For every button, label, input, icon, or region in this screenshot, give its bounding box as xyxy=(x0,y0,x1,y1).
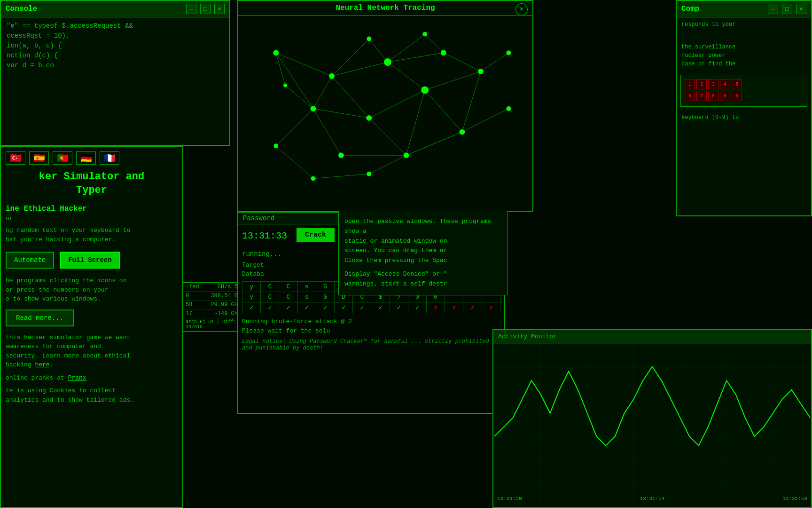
crack-button[interactable]: Crack xyxy=(297,228,335,242)
tooltip-line-7: warnings, start a self destr xyxy=(344,279,501,289)
key-btn: 2 xyxy=(696,79,707,89)
cell: s xyxy=(297,282,316,292)
cell: y xyxy=(242,282,261,292)
console-line-4: nction d(c) { xyxy=(7,51,224,61)
here-link[interactable]: here xyxy=(35,361,49,368)
graph-titlebar: Activity Monitor xyxy=(493,330,811,343)
stats-val5: 17 xyxy=(186,310,192,317)
stats-row-1: 0 398.54 G xyxy=(183,292,241,301)
stats-table: -ted GH/s 5 0 398.54 G 58 29.99 GH 17 ~1… xyxy=(182,282,241,332)
hacker-body-2: he programs clicking the icons on or pre… xyxy=(6,276,178,304)
comp-window: Comp — □ × responds to your the surveill… xyxy=(676,0,812,216)
console-minimize-btn[interactable]: — xyxy=(186,4,196,14)
cookie-text: te is using Cookies to collect analytics… xyxy=(6,386,178,405)
automate-button[interactable]: Automate xyxy=(6,252,54,269)
stats-val1: 0 xyxy=(186,293,189,299)
hacker-label: or xyxy=(6,215,178,222)
key-btn: 1 xyxy=(685,79,695,89)
svg-point-39 xyxy=(459,129,465,135)
console-line-1: "e" == typeof $.accessRequest && xyxy=(7,21,224,31)
neural-window: Neural Network Tracing × xyxy=(237,0,533,212)
console-content: "e" == typeof $.accessRequest && ccessRq… xyxy=(1,17,229,74)
time-label-1: 13:31:50 xyxy=(497,496,522,501)
svg-line-20 xyxy=(369,155,406,174)
comp-text-3: nuclear power xyxy=(681,51,806,60)
key-btn: 0 xyxy=(732,91,742,101)
comp-controls: — □ × xyxy=(768,4,806,14)
comp-title: Comp xyxy=(681,5,699,13)
console-maximize-btn[interactable]: □ xyxy=(200,4,211,14)
flag-turkey[interactable]: 🇹🇷 xyxy=(6,151,25,165)
password-time: 13:31:33 xyxy=(242,230,287,241)
read-more-button[interactable]: Read more... xyxy=(6,310,74,326)
svg-line-7 xyxy=(388,62,425,90)
time-label-2: 13:31:54 xyxy=(640,496,665,501)
key-btn: 4 xyxy=(720,79,730,89)
comp-keyboard-label: keyboard (0-9) to xyxy=(677,111,811,125)
comp-minimize-btn[interactable]: — xyxy=(768,4,778,14)
stats-col2: GH/s 5 xyxy=(218,284,238,290)
hacker-title: ker Simulator and Typer xyxy=(6,170,178,197)
stats-header: -ted GH/s 5 xyxy=(183,283,241,292)
svg-line-6 xyxy=(388,53,444,62)
svg-point-37 xyxy=(441,50,446,56)
flag-france[interactable]: 🇫🇷 xyxy=(100,151,119,165)
graph-time-labels: 13:31:50 13:31:54 13:31:58 xyxy=(493,496,811,501)
hacker-panel: 🇹🇷 🇪🇸 🇵🇹 🇩🇪 🇫🇷 ker Simulator and Typer i… xyxy=(0,146,183,508)
key-row-2: 6 7 8 9 0 xyxy=(685,91,803,101)
key-row-1: 1 2 3 4 5 xyxy=(685,79,803,89)
svg-line-13 xyxy=(481,53,508,71)
cell-check: ✓ xyxy=(242,302,261,313)
key-btn: 8 xyxy=(708,91,718,101)
svg-line-22 xyxy=(276,53,285,85)
svg-point-38 xyxy=(421,87,429,94)
svg-point-43 xyxy=(404,152,409,158)
key-btn: 6 xyxy=(685,91,695,101)
legal-notice: Legal notice: Using Password Cracker™ fo… xyxy=(242,338,500,351)
pranx-link[interactable]: Pranx xyxy=(68,374,86,381)
keyboard-display: 1 2 3 4 5 6 7 8 9 0 xyxy=(680,75,807,107)
comp-close-btn[interactable]: × xyxy=(796,4,806,14)
comp-text-area: responds to your the surveillance nuclea… xyxy=(677,17,811,71)
flag-row: 🇹🇷 🇪🇸 🇵🇹 🇩🇪 🇫🇷 xyxy=(6,151,178,165)
neural-close-btn[interactable]: × xyxy=(515,3,528,16)
key-btn: 7 xyxy=(696,91,707,101)
svg-line-3 xyxy=(332,76,369,118)
brute-force-text: Running brute-force attack @ 2 Please wa… xyxy=(242,317,500,335)
batch-info: atch Fj-51 | Diff: 43/016 xyxy=(186,319,238,330)
flag-germany[interactable]: 🇩🇪 xyxy=(76,151,96,165)
cell: y xyxy=(242,292,261,302)
table-row-3: ✓ ✓ ✓ ✓ ✓ ✓ ✓ ✓ ✓ ✓ ✗ ✗ ✗ ✗ xyxy=(242,302,500,313)
svg-line-14 xyxy=(462,109,508,132)
flag-spain[interactable]: 🇪🇸 xyxy=(29,151,49,165)
console-line-3: ion(a, b, c) { xyxy=(7,41,224,51)
svg-point-34 xyxy=(384,58,391,66)
key-btn: 5 xyxy=(732,79,742,89)
svg-point-44 xyxy=(273,143,278,148)
stats-val4: 29.99 GH xyxy=(211,302,238,308)
svg-line-4 xyxy=(313,109,369,118)
svg-point-41 xyxy=(506,50,511,55)
comp-maximize-btn[interactable]: □ xyxy=(782,4,792,14)
cell-check: ✓ xyxy=(335,302,353,313)
svg-point-35 xyxy=(366,115,372,121)
svg-line-23 xyxy=(369,39,388,63)
tooltip-line-1: open the passive windows. These programs… xyxy=(344,217,501,237)
cell: C xyxy=(261,282,279,292)
console-window: Console — □ × "e" == typeof $.accessRequ… xyxy=(0,0,230,146)
flag-portugal[interactable]: 🇵🇹 xyxy=(53,151,72,165)
cell-check: ✓ xyxy=(353,302,371,313)
svg-point-31 xyxy=(273,50,279,56)
cell-check: ✓ xyxy=(261,302,279,313)
cell: s xyxy=(297,292,316,302)
console-close-btn[interactable]: × xyxy=(214,4,225,14)
svg-line-29 xyxy=(406,132,462,156)
svg-point-36 xyxy=(338,152,344,158)
svg-line-30 xyxy=(462,71,481,132)
neural-canvas xyxy=(238,16,532,208)
comp-text-2: the surveillance xyxy=(681,43,806,51)
tooltip-line-6: Display "Access Denied" or " xyxy=(344,270,501,279)
fullscreen-button[interactable]: Full Screen xyxy=(60,252,120,269)
neural-titlebar: Neural Network Tracing xyxy=(238,1,532,16)
cell: C xyxy=(279,292,297,302)
